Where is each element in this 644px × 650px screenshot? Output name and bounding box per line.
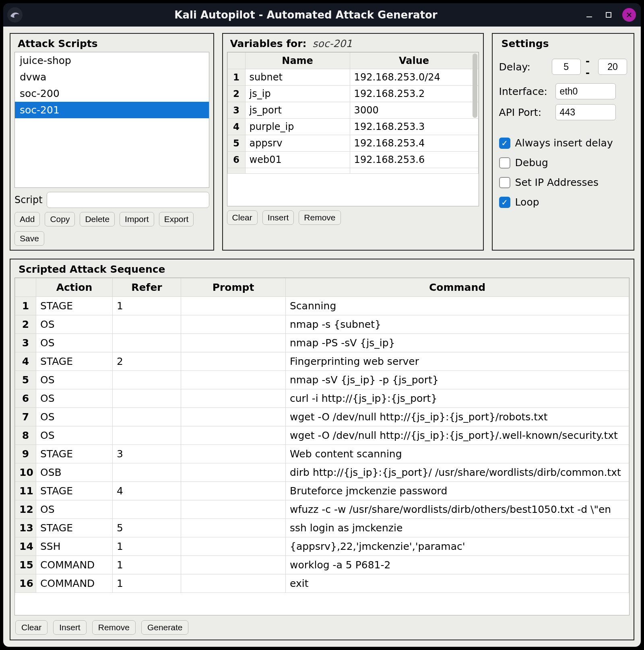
table-row[interactable]: 4STAGE2Fingerprinting web server [15,352,629,371]
list-item[interactable]: soc-200 [15,85,209,102]
cell-action[interactable]: OS [36,334,113,352]
cell-command[interactable]: dirb http://{js_ip}:{js_port}/ /usr/shar… [286,463,629,482]
table-row[interactable]: 5appsrv192.168.253.4 [227,135,478,152]
delay-min-input[interactable] [552,59,581,75]
copy-button[interactable]: Copy [45,212,75,226]
table-row[interactable]: 2js_ip192.168.253.2 [227,86,478,102]
vars-scrollbar[interactable] [473,53,477,118]
cell-command[interactable]: wget -O /dev/null http://{js_ip}:{js_por… [286,426,629,445]
cell-action[interactable]: SSH [36,537,113,556]
vars-insert-button[interactable]: Insert [262,210,294,225]
var-name[interactable]: js_ip [245,86,350,102]
cell-action[interactable]: COMMAND [36,574,113,593]
cell-prompt[interactable] [181,371,286,389]
cell-prompt[interactable] [181,445,286,463]
var-value[interactable]: 192.168.253.3 [350,119,478,135]
cell-command[interactable]: nmap -PS -sV {js_ip} [286,334,629,352]
seq-remove-button[interactable]: Remove [92,620,136,635]
script-input[interactable] [47,192,209,208]
list-item[interactable]: juice-shop [15,52,209,69]
cell-command[interactable]: Scanning [286,297,629,315]
cell-command[interactable]: ssh login as jmckenzie [286,519,629,537]
table-row[interactable]: 9STAGE3Web content scanning [15,445,629,463]
cell-command[interactable]: nmap -s {subnet} [286,315,629,334]
check-loop[interactable] [499,197,510,208]
cell-refer[interactable] [113,426,181,445]
table-row[interactable]: 10OSBdirb http://{js_ip}:{js_port}/ /usr… [15,463,629,482]
cell-refer[interactable] [113,408,181,426]
cell-refer[interactable]: 1 [113,556,181,574]
vars-table[interactable]: Name Value 1subnet192.168.253.0/242js_ip… [227,52,479,174]
table-row[interactable]: 7OSwget -O /dev/null http://{js_ip}:{js_… [15,408,629,426]
cell-prompt[interactable] [181,389,286,408]
cell-action[interactable]: STAGE [36,352,113,371]
table-row[interactable]: 15COMMAND1worklog -a 5 P681-2 [15,556,629,574]
seq-insert-button[interactable]: Insert [53,620,87,635]
delete-button[interactable]: Delete [80,212,115,226]
check-debug[interactable] [499,157,510,169]
table-row[interactable]: 3js_port3000 [227,102,478,119]
cell-refer[interactable]: 2 [113,352,181,371]
import-button[interactable]: Import [120,212,154,226]
cell-command[interactable]: Web content scanning [286,445,629,463]
list-item[interactable]: dvwa [15,69,209,85]
check-always-delay[interactable] [499,138,510,149]
cell-command[interactable]: wget -O /dev/null http://{js_ip}:{js_por… [286,408,629,426]
cell-action[interactable]: OS [36,500,113,519]
cell-command[interactable]: Bruteforce jmckenzie password [286,482,629,500]
cell-command[interactable]: wfuzz -c -w /usr/share/wordlists/dirb/ot… [286,500,629,519]
cell-refer[interactable] [113,334,181,352]
table-row[interactable]: 11STAGE4Bruteforce jmckenzie password [15,482,629,500]
cell-prompt[interactable] [181,537,286,556]
close-button[interactable] [622,8,636,22]
seq-clear-button[interactable]: Clear [15,620,47,635]
cell-refer[interactable] [113,500,181,519]
seq-generate-button[interactable]: Generate [141,620,189,635]
interface-input[interactable] [555,83,616,99]
cell-action[interactable]: OS [36,389,113,408]
cell-prompt[interactable] [181,500,286,519]
cell-command[interactable]: Fingerprinting web server [286,352,629,371]
table-row[interactable]: 1subnet192.168.253.0/24 [227,69,478,86]
var-name[interactable]: purple_ip [245,119,350,135]
cell-prompt[interactable] [181,556,286,574]
delay-max-input[interactable] [598,59,627,75]
seq-table[interactable]: Action Refer Prompt Command 1STAGE1Scann… [15,278,629,593]
cell-command[interactable]: worklog -a 5 P681-2 [286,556,629,574]
cell-action[interactable]: STAGE [36,297,113,315]
maximize-button[interactable] [603,9,614,21]
cell-action[interactable]: OS [36,426,113,445]
check-set-ip[interactable] [499,177,510,188]
table-row[interactable]: 6web01192.168.253.6 [227,152,478,168]
cell-action[interactable]: STAGE [36,482,113,500]
cell-prompt[interactable] [181,519,286,537]
cell-action[interactable]: OS [36,315,113,334]
cell-action[interactable]: STAGE [36,445,113,463]
cell-refer[interactable]: 3 [113,445,181,463]
cell-refer[interactable] [113,463,181,482]
cell-command[interactable]: curl -i http://{js_ip}:{js_port} [286,389,629,408]
table-row[interactable]: 5OSnmap -sV {js_ip} -p {js_port} [15,371,629,389]
var-name[interactable]: js_port [245,102,350,119]
var-value[interactable]: 3000 [350,102,478,119]
table-row[interactable]: 13STAGE5ssh login as jmckenzie [15,519,629,537]
add-button[interactable]: Add [14,212,40,226]
table-row[interactable]: 1STAGE1Scanning [15,297,629,315]
cell-refer[interactable] [113,371,181,389]
cell-action[interactable]: OS [36,371,113,389]
var-name[interactable]: web01 [245,152,350,168]
table-row[interactable]: 12OSwfuzz -c -w /usr/share/wordlists/dir… [15,500,629,519]
list-item[interactable]: soc-201 [15,102,209,118]
table-row[interactable]: 3OSnmap -PS -sV {js_ip} [15,334,629,352]
var-value[interactable]: 192.168.253.4 [350,135,478,152]
cell-action[interactable]: COMMAND [36,556,113,574]
cell-action[interactable]: OSB [36,463,113,482]
cell-command[interactable]: nmap -sV {js_ip} -p {js_port} [286,371,629,389]
cell-prompt[interactable] [181,574,286,593]
cell-prompt[interactable] [181,408,286,426]
var-name[interactable]: appsrv [245,135,350,152]
cell-prompt[interactable] [181,463,286,482]
table-row[interactable]: 4purple_ip192.168.253.3 [227,119,478,135]
save-button[interactable]: Save [14,231,44,246]
var-value[interactable]: 192.168.253.0/24 [350,69,478,86]
